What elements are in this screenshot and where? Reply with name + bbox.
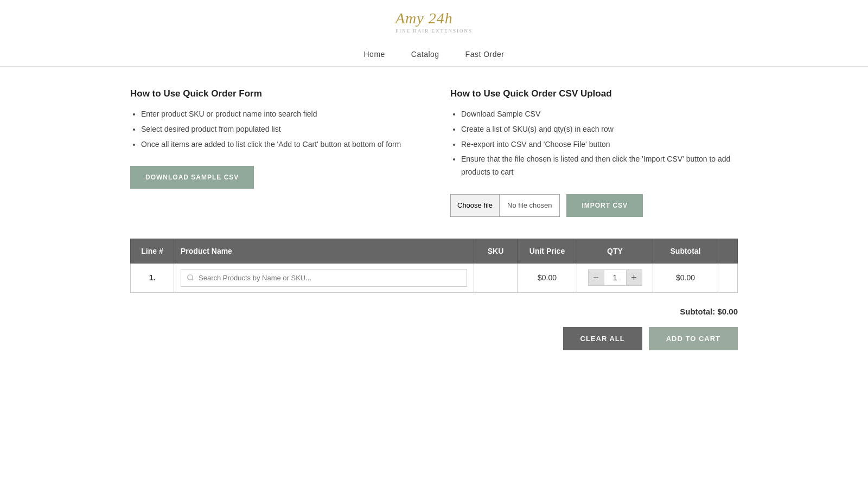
left-list: Enter product SKU or product name into s… xyxy=(130,108,418,151)
right-list-item: Create a list of SKU(s) and qty(s) in ea… xyxy=(461,123,738,136)
left-instructions: How to Use Quick Order Form Enter produc… xyxy=(130,88,418,217)
qty-decrement-button[interactable]: − xyxy=(588,269,604,286)
header: Amy 24h FINE HAIR EXTENSIONS Home Catalo… xyxy=(0,0,868,67)
qty-increment-button[interactable]: + xyxy=(626,269,642,286)
col-header-delete xyxy=(718,239,738,263)
left-list-item: Once all items are added to list click t… xyxy=(141,138,418,151)
product-search-input[interactable] xyxy=(181,269,467,287)
file-no-chosen-label: No file chosen xyxy=(500,201,559,209)
add-to-cart-button[interactable]: ADD TO CART xyxy=(649,327,738,350)
table-row: 1. $0.00 − 1 + $0.00 xyxy=(131,263,738,292)
row-line-number: 1. xyxy=(131,263,174,292)
logo-text: Amy 24h xyxy=(395,10,453,27)
qty-value: 1 xyxy=(604,269,626,286)
qty-control: − 1 + xyxy=(584,269,646,286)
col-header-price: Unit Price xyxy=(518,239,577,263)
left-list-item: Select desired product from populated li… xyxy=(141,123,418,136)
row-delete-cell xyxy=(718,263,738,292)
table-header-row: Line # Product Name SKU Unit Price QTY S… xyxy=(131,239,738,263)
right-list-item: Re-export into CSV and 'Choose File' but… xyxy=(461,138,738,151)
subtotal-row: Subtotal: $0.00 xyxy=(130,301,738,324)
left-title: How to Use Quick Order Form xyxy=(130,88,418,99)
right-list: Download Sample CSV Create a list of SKU… xyxy=(450,108,738,179)
row-sku-cell xyxy=(474,263,518,292)
choose-file-button[interactable]: Choose file xyxy=(451,195,500,216)
nav-catalog[interactable]: Catalog xyxy=(411,50,439,59)
main-nav: Home Catalog Fast Order xyxy=(363,42,504,66)
subtotal-value: $0.00 xyxy=(717,307,738,316)
file-input-wrapper[interactable]: Choose file No file chosen xyxy=(450,194,560,217)
clear-all-button[interactable]: CLEAR ALL xyxy=(563,327,642,350)
row-subtotal: $0.00 xyxy=(653,263,718,292)
right-instructions: How to Use Quick Order CSV Upload Downlo… xyxy=(450,88,738,217)
instructions-row: How to Use Quick Order Form Enter produc… xyxy=(130,88,738,217)
col-header-subtotal: Subtotal xyxy=(653,239,718,263)
left-list-item: Enter product SKU or product name into s… xyxy=(141,108,418,121)
row-unit-price: $0.00 xyxy=(518,263,577,292)
import-csv-button[interactable]: IMPORT CSV xyxy=(566,194,643,217)
row-product-cell xyxy=(174,263,474,292)
right-list-item: Ensure that the file chosen is listed an… xyxy=(461,153,738,179)
download-csv-button[interactable]: DOWNLOAD SAMPLE CSV xyxy=(130,166,254,189)
order-table: Line # Product Name SKU Unit Price QTY S… xyxy=(130,239,738,293)
col-header-line: Line # xyxy=(131,239,174,263)
col-header-product: Product Name xyxy=(174,239,474,263)
subtotal-label: Subtotal: xyxy=(680,307,715,316)
col-header-qty: QTY xyxy=(577,239,653,263)
logo: Amy 24h FINE HAIR EXTENSIONS xyxy=(395,10,473,34)
nav-fastorder[interactable]: Fast Order xyxy=(465,50,505,59)
nav-home[interactable]: Home xyxy=(363,50,385,59)
logo-sub: FINE HAIR EXTENSIONS xyxy=(395,28,473,34)
row-qty-cell: − 1 + xyxy=(577,263,653,292)
main-content: How to Use Quick Order Form Enter produc… xyxy=(108,67,760,372)
csv-upload-row: Choose file No file chosen IMPORT CSV xyxy=(450,194,738,217)
right-title: How to Use Quick Order CSV Upload xyxy=(450,88,738,99)
right-list-item: Download Sample CSV xyxy=(461,108,738,121)
bottom-buttons: CLEAR ALL ADD TO CART xyxy=(130,327,738,350)
col-header-sku: SKU xyxy=(474,239,518,263)
